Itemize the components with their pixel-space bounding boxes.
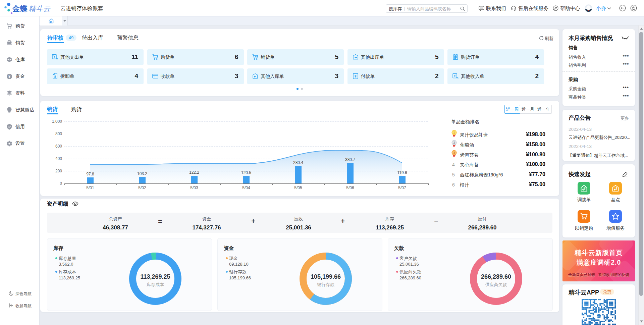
- svg-text:精斗云: 精斗云: [596, 316, 601, 318]
- svg-text:¥: ¥: [8, 75, 10, 78]
- svg-text:1: 1: [453, 131, 455, 134]
- svg-text:3: 3: [453, 151, 455, 154]
- svg-text:2: 2: [453, 141, 455, 144]
